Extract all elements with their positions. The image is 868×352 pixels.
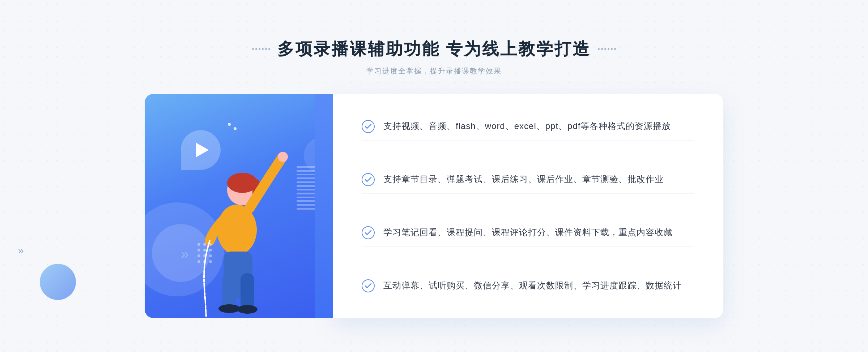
svg-point-9	[237, 305, 258, 314]
svg-point-23	[362, 120, 374, 133]
sparkle-decoration	[228, 123, 237, 130]
svg-point-4	[278, 152, 288, 162]
svg-point-19	[197, 260, 200, 263]
svg-point-26	[362, 280, 374, 292]
svg-point-11	[203, 243, 206, 246]
svg-point-12	[209, 243, 212, 246]
chevron-1: »	[18, 245, 24, 257]
feature-text-3: 学习笔记回看、课程提问、课程评论打分、课件资料下载，重点内容收藏	[383, 226, 673, 239]
check-icon-3	[362, 226, 375, 239]
svg-text:»: »	[181, 246, 189, 262]
svg-point-14	[203, 249, 206, 252]
header-section: 多项录播课辅助功能 专为线上教学打造 学习进度全掌握，提升录播课教学效果	[252, 38, 616, 76]
feature-text-4: 互动弹幕、试听购买、微信分享、观看次数限制、学习进度跟踪、数据统计	[383, 279, 682, 292]
svg-point-13	[197, 249, 200, 252]
feature-item-1: 支持视频、音频、flash、word、excel、ppt、pdf等各种格式的资源…	[362, 112, 694, 141]
svg-point-15	[209, 249, 212, 252]
check-icon-1	[362, 120, 375, 133]
content-panel: 支持视频、音频、flash、word、excel、ppt、pdf等各种格式的资源…	[333, 94, 723, 318]
header-title-row: 多项录播课辅助功能 专为线上教学打造	[252, 38, 616, 60]
check-icon-4	[362, 279, 375, 292]
svg-point-17	[203, 254, 206, 257]
human-figure: »	[170, 136, 307, 318]
sparkle-dot-1	[228, 123, 231, 126]
page-wrapper: 多项录播课辅助功能 专为线上教学打造 学习进度全掌握，提升录播课教学效果	[0, 23, 868, 329]
feature-item-2: 支持章节目录、弹题考试、课后练习、课后作业、章节测验、批改作业	[362, 165, 694, 194]
illus-right-strip	[315, 94, 333, 318]
feature-text-2: 支持章节目录、弹题考试、课后练习、课后作业、章节测验、批改作业	[383, 172, 664, 186]
page-title: 多项录播课辅助功能 专为线上教学打造	[277, 38, 591, 60]
illustration-card: »	[145, 94, 333, 318]
svg-point-18	[209, 254, 212, 257]
svg-point-25	[362, 227, 374, 239]
sparkle-dot-2	[234, 127, 237, 130]
svg-point-10	[197, 243, 200, 246]
left-chevrons: »	[18, 245, 24, 257]
feature-text-1: 支持视频、音频、flash、word、excel、ppt、pdf等各种格式的资源…	[383, 119, 671, 133]
left-decorator	[252, 48, 270, 50]
feature-item-3: 学习笔记回看、课程提问、课程评论打分、课件资料下载，重点内容收藏	[362, 218, 694, 247]
svg-point-20	[203, 260, 206, 263]
check-icon-2	[362, 173, 375, 186]
svg-point-8	[218, 304, 240, 313]
main-content: » 支持视频、音频、flash、word、excel、ppt、pdf等各种格式的…	[145, 94, 723, 318]
right-decorator	[598, 48, 616, 50]
svg-point-16	[197, 254, 200, 257]
svg-rect-7	[241, 273, 254, 309]
svg-point-21	[209, 260, 212, 263]
svg-rect-6	[222, 273, 236, 309]
feature-item-4: 互动弹幕、试听购买、微信分享、观看次数限制、学习进度跟踪、数据统计	[362, 271, 694, 300]
page-subtitle: 学习进度全掌握，提升录播课教学效果	[252, 66, 616, 76]
svg-point-24	[362, 173, 374, 186]
side-blue-circle	[40, 264, 76, 300]
